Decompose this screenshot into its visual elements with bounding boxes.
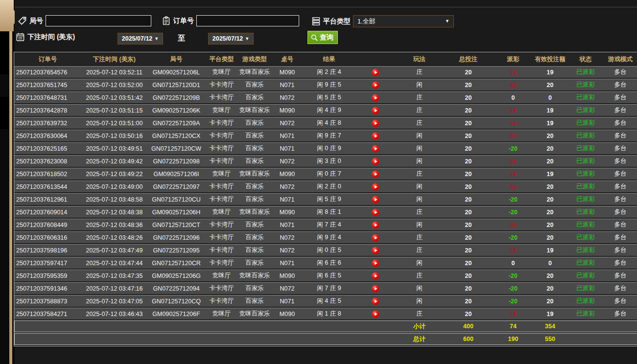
date-to-picker[interactable]: 2025/07/12 ▼ (208, 33, 254, 45)
round-cell: GM0902571206F (147, 308, 205, 319)
valid-bet-cell: 0 (532, 91, 568, 103)
platform-cell: 卡卡湾厅 (205, 142, 238, 154)
status-cell: 已派彩 (568, 295, 603, 307)
play-icon[interactable] (372, 310, 379, 318)
play-icon[interactable] (372, 285, 379, 293)
mode-cell: 多台 (603, 270, 637, 281)
method-cell: 闲 (396, 155, 443, 167)
play-icon[interactable] (372, 68, 379, 76)
round-cell: GN07225712094 (147, 282, 205, 294)
play-icon[interactable] (372, 221, 379, 229)
mode-cell: 多台 (603, 231, 637, 243)
order-cell: 250712037591346 (14, 282, 81, 294)
play-icon[interactable] (372, 183, 379, 191)
platform-cell: 卡卡湾厅 (205, 193, 238, 205)
status-cell: 已派彩 (568, 308, 603, 319)
play-icon[interactable] (372, 119, 379, 127)
table-no-cell: N071 (271, 257, 303, 269)
table-no-cell: M090 (271, 308, 303, 319)
mode-cell: 多台 (603, 219, 637, 230)
order-cell: 250712037639732 (14, 117, 81, 129)
footer-empty-cell (81, 320, 147, 332)
result-cell: 闲 5 庄 9 (303, 193, 355, 205)
table-no-cell: M090 (271, 206, 303, 218)
game-type-cell: 竞咪百家乐 (238, 206, 271, 218)
platform-filter-label: 平台类型 (323, 17, 351, 26)
table-no-cell: N072 (271, 181, 303, 192)
total-bet-cell: 20 (443, 91, 494, 103)
method-cell: 庄 (396, 104, 443, 116)
status-cell: 已派彩 (568, 130, 603, 141)
platform-select[interactable]: 1.全部 ▼ (353, 15, 454, 27)
table-header-row: 订单号下注时间 (美东)局号平台类型游戏类型桌号结果玩法总投注派彩有效投注额状态… (14, 53, 637, 65)
status-cell: 已派彩 (568, 257, 603, 269)
table-row: 2507120376397322025-07-12 03:51:00GN0722… (14, 117, 637, 129)
table-no-cell: M090 (271, 168, 303, 180)
game-type-cell: 竞咪百家乐 (238, 270, 271, 281)
result-cell: 闲 4 庄 8 (303, 117, 355, 129)
round-filter: 局号 (18, 15, 151, 26)
table-no-cell: N072 (271, 155, 303, 167)
method-cell: 闲 (396, 282, 443, 294)
game-type-cell: 百家乐 (238, 79, 271, 91)
total-row: 总计600190550 (14, 333, 637, 345)
column-header-1: 下注时间 (美东) (81, 53, 147, 65)
play-icon[interactable] (372, 170, 379, 178)
valid-bet-cell: 20 (532, 181, 568, 192)
order-cell: 250712037613544 (14, 181, 81, 192)
valid-bet-cell: 20 (532, 231, 568, 243)
play-icon[interactable] (372, 297, 379, 305)
footer-empty-cell (271, 333, 303, 345)
column-header-9: 总投注 (443, 53, 494, 65)
table-no-cell: N071 (271, 130, 303, 141)
play-icon[interactable] (372, 107, 379, 114)
play-icon[interactable] (372, 81, 379, 89)
play-cell (355, 117, 396, 129)
valid-bet-cell: 20 (532, 79, 568, 91)
valid-bet-cell: 20 (532, 193, 568, 205)
order-input[interactable] (196, 15, 299, 26)
play-cell (355, 219, 396, 230)
round-cell: GN071257120D1 (147, 79, 205, 91)
round-cell: GN0722571209B (147, 91, 205, 103)
play-icon[interactable] (372, 158, 379, 165)
play-icon[interactable] (372, 196, 379, 204)
payout-cell: 19 (494, 244, 532, 256)
result-cell: 闲 9 庄 5 (303, 79, 355, 91)
play-cell (355, 66, 396, 78)
table-body: 2507120376545762025-07-12 03:52:11GM0902… (14, 66, 637, 345)
total-bet-cell: 20 (443, 181, 494, 192)
payout-cell: -20 (494, 295, 532, 307)
table-row: 2507120376230082025-07-12 03:49:42GN0722… (14, 155, 637, 167)
method-cell: 庄 (396, 244, 443, 256)
round-cell: GN07225712095 (147, 244, 205, 256)
play-icon[interactable] (372, 94, 379, 102)
play-icon[interactable] (372, 272, 379, 280)
date-to-value: 2025/07/12 (212, 35, 243, 42)
result-cell: 闲 2 庄 0 (303, 181, 355, 192)
play-icon[interactable] (372, 208, 379, 216)
play-icon[interactable] (372, 247, 379, 254)
round-cell: GN071257120CW (147, 142, 205, 154)
status-cell: 已派彩 (568, 142, 603, 154)
valid-bet-cell: 19 (532, 104, 568, 116)
query-button[interactable]: 查询 (307, 31, 338, 44)
play-icon[interactable] (372, 234, 379, 242)
date-from-picker[interactable]: 2025/07/12 ▼ (118, 33, 163, 45)
platform-select-value: 1.全部 (357, 17, 376, 26)
play-icon[interactable] (372, 145, 379, 153)
footer-empty-cell (238, 333, 271, 345)
play-icon[interactable] (372, 132, 379, 140)
round-input[interactable] (46, 15, 151, 26)
play-icon[interactable] (372, 259, 379, 267)
bet-time-cell: 2025-07-12 03:46:43 (81, 308, 147, 319)
game-type-cell: 百家乐 (238, 155, 271, 167)
platform-cell: 卡卡湾厅 (205, 117, 238, 129)
chevron-down-icon: ▼ (154, 37, 159, 41)
method-cell: 庄 (396, 270, 443, 281)
bet-time-cell: 2025-07-12 03:50:16 (81, 130, 147, 141)
play-cell (355, 142, 396, 154)
order-cell: 250712037630064 (14, 130, 81, 141)
total-bet-cell: 20 (443, 308, 494, 319)
clipboard-icon (162, 16, 171, 25)
